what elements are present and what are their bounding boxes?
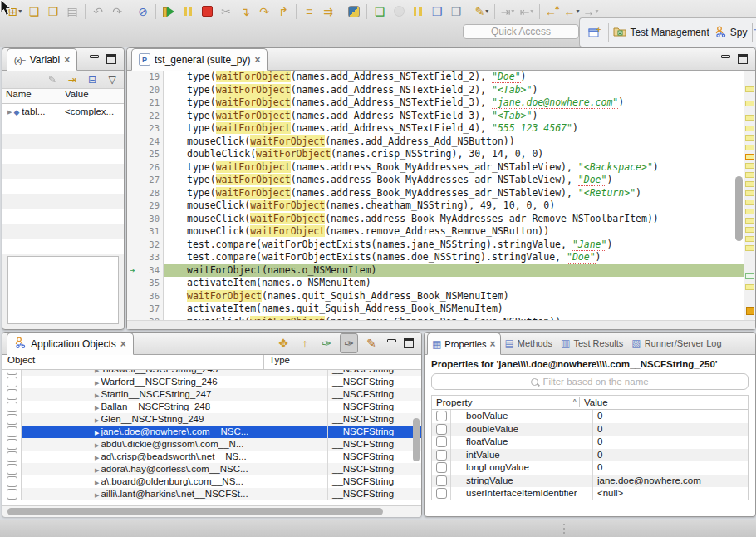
row-checkbox[interactable]	[7, 402, 17, 412]
expand-triangle-icon[interactable]	[90, 376, 101, 388]
horizontal-scrollbar[interactable]	[2, 505, 421, 517]
column-header-value[interactable]: Value	[61, 89, 124, 103]
code-line[interactable]: 37activateItem(names.quit_Squish_Address…	[127, 303, 744, 316]
minimize-button[interactable]	[387, 339, 396, 347]
show-logical-structure-icon[interactable]: ⇥	[64, 71, 81, 89]
ruler-marker[interactable]	[745, 181, 754, 187]
close-icon[interactable]	[64, 54, 70, 66]
row-checkbox[interactable]	[7, 377, 17, 387]
row-checkbox[interactable]	[436, 436, 447, 447]
step-into-icon[interactable]: ↴	[237, 2, 253, 21]
add-verification-point-icon[interactable]: ❒	[429, 2, 445, 21]
object-tree-row-selected[interactable]: jane\.doe@nowhere\.com__NSC...__NSCFStri…	[2, 426, 421, 438]
code-line[interactable]: 38mouseClick(waitForObject(names.save_Ch…	[127, 316, 744, 321]
expand-triangle-icon[interactable]	[2, 104, 13, 119]
row-checkbox[interactable]	[7, 426, 17, 437]
ruler-marker[interactable]	[745, 284, 754, 290]
expand-triangle-icon[interactable]	[90, 388, 101, 401]
object-tree-row[interactable]: ad\.crisp@beadsworth\.net__NS...__NSCFSt…	[2, 451, 421, 463]
ruler-marker[interactable]	[745, 135, 754, 141]
minimize-button[interactable]	[721, 55, 730, 63]
step-over-icon[interactable]: ↷	[256, 2, 272, 21]
maximize-button[interactable]	[404, 338, 414, 348]
column-header-type[interactable]: Type	[264, 355, 421, 369]
expand-triangle-icon[interactable]	[90, 438, 101, 451]
expand-triangle-icon[interactable]	[90, 401, 101, 413]
back-icon[interactable]: ←▾	[563, 2, 580, 21]
row-checkbox[interactable]	[436, 450, 447, 461]
ruler-marker[interactable]	[745, 145, 754, 150]
row-checkbox[interactable]	[436, 424, 447, 435]
expand-triangle-icon[interactable]	[90, 370, 101, 376]
ruler-marker[interactable]	[745, 101, 754, 106]
code-line[interactable]: 30mouseClick(waitForObject(names.address…	[127, 213, 744, 226]
highlight-picked-object-icon[interactable]: ✑	[340, 333, 358, 353]
property-row[interactable]: boolValue0	[432, 410, 748, 423]
ruler-marker[interactable]	[745, 245, 754, 251]
property-row[interactable]: doubleValue0	[432, 423, 748, 436]
windows-icon[interactable]: ❐	[448, 2, 464, 21]
object-tree-row[interactable]: adora\.hay@corless\.com__NSC...__NSCFStr…	[2, 463, 421, 475]
variable-detail-pane[interactable]	[7, 256, 119, 324]
row-checkbox[interactable]	[436, 475, 447, 486]
code-line[interactable]: 32test.compare(waitForObjectExists(names…	[127, 239, 744, 252]
row-checkbox[interactable]	[7, 370, 17, 375]
ruler-marker[interactable]	[745, 218, 754, 224]
property-row[interactable]: stringValuejane.doe@nowhere.com	[432, 475, 748, 488]
code-line-current[interactable]: 34waitForObject(names.o_NSMenuItem)	[127, 264, 744, 278]
property-row[interactable]: longLongValue0	[432, 461, 748, 475]
open-perspective-icon[interactable]: +	[587, 23, 603, 42]
row-checkbox[interactable]	[7, 476, 17, 487]
ruler-marker[interactable]	[745, 154, 754, 160]
tab-variables[interactable]: Variabl	[7, 48, 77, 71]
skip-breakpoints-icon[interactable]: ⊘	[135, 2, 151, 21]
tab-editor[interactable]: tst_general (suite_py)	[131, 48, 268, 71]
perspective-spy[interactable]: Spy	[714, 26, 748, 40]
perspective-overflow-icon[interactable]: ⇥	[752, 23, 756, 42]
code-line[interactable]: 25doubleClick(waitForObject(names.crisp_…	[127, 148, 744, 161]
last-edit-location-icon[interactable]: ←✱	[544, 2, 561, 21]
maximize-button[interactable]	[106, 54, 116, 64]
column-header-value[interactable]: Value	[580, 397, 748, 407]
record-test-case-icon[interactable]: ❏	[26, 2, 42, 21]
code-line[interactable]: 19type(waitForObject(names.add_Address_N…	[127, 71, 744, 84]
column-header-property[interactable]: Property	[432, 397, 580, 407]
close-icon[interactable]	[254, 54, 260, 66]
object-tree-row[interactable]: ailli\.lant@harkins\.net__NSCFSt...__NSC…	[2, 488, 421, 500]
tab-properties[interactable]: ▦Properties	[427, 333, 501, 355]
ruler-marker[interactable]	[745, 86, 754, 92]
object-tree-row[interactable]: a\.board@oldenburg\.com__NS...__NSCFStri…	[2, 475, 421, 488]
step-return-icon[interactable]: ↱	[275, 2, 292, 21]
code-line[interactable]: 31mouseClick(waitForObject(names.remove_…	[127, 225, 744, 239]
row-checkbox[interactable]	[7, 489, 17, 500]
row-checkbox[interactable]	[7, 389, 17, 400]
overview-ruler[interactable]	[744, 71, 755, 320]
objects-scrollbar[interactable]	[413, 418, 420, 461]
stop-test-icon[interactable]	[199, 2, 215, 21]
row-checkbox[interactable]	[7, 414, 17, 425]
pause-test-icon[interactable]	[179, 2, 196, 21]
expand-triangle-icon[interactable]	[90, 475, 101, 488]
tab-test-results[interactable]: ▥Test Results	[557, 333, 627, 354]
record-snippet-icon[interactable]: ❐	[45, 2, 61, 21]
property-row[interactable]: floatValue0	[432, 436, 748, 449]
object-tree-row[interactable]: Tidswell__NSCFString_245__NSCFString	[2, 370, 421, 376]
object-tree-row[interactable]: Ballan__NSCFString_248__NSCFString	[2, 401, 421, 413]
code-line[interactable]: 29mouseClick(waitForObject(names.cheatha…	[127, 200, 744, 213]
ruler-marker[interactable]	[745, 236, 754, 242]
perspective-test-management[interactable]: Test Management	[613, 26, 709, 39]
code-editor[interactable]: 19type(waitForObject(names.add_Address_N…	[127, 71, 755, 320]
code-line[interactable]: 23type(waitForObject(names.add_Address_N…	[127, 122, 744, 135]
row-checkbox[interactable]	[7, 464, 17, 475]
column-header-name[interactable]: Name	[2, 89, 61, 103]
object-tree-row[interactable]: Warford__NSCFString_246__NSCFString	[2, 376, 421, 388]
pick-object-icon[interactable]: ✑	[318, 334, 335, 352]
code-line[interactable]: 35activateItem(names.o_NSMenuItem)	[127, 277, 744, 290]
tab-runner-server-log[interactable]: ▧Runner/Server Log	[627, 333, 725, 354]
ruler-marker[interactable]	[746, 307, 754, 315]
row-checkbox[interactable]	[7, 451, 17, 462]
code-line[interactable]: 33test.compare(waitForObjectExists(names…	[127, 251, 744, 264]
drag-handle[interactable]	[563, 524, 565, 525]
ruler-marker[interactable]	[745, 172, 754, 178]
step-script-icon[interactable]: ⇉	[320, 2, 336, 21]
